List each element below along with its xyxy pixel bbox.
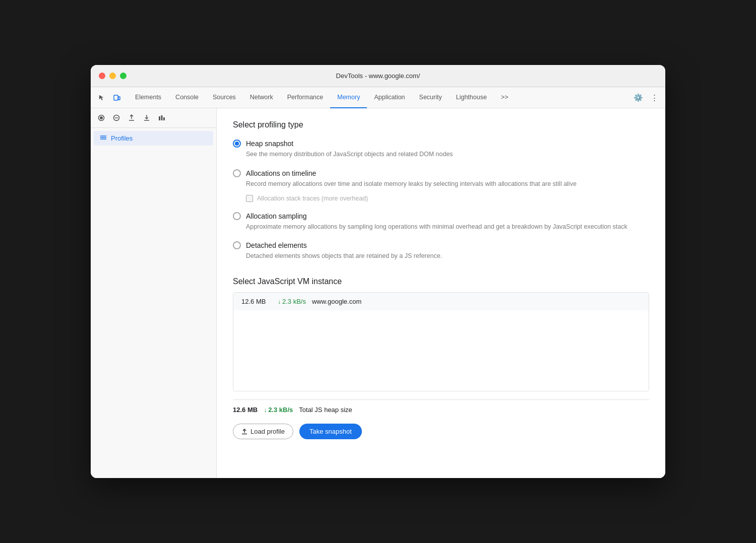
- status-bar: 12.6 MB ↓ 2.3 kB/s Total JS heap size: [233, 399, 649, 418]
- vm-memory: 12.6 MB: [241, 298, 272, 305]
- cursor-icon-btn[interactable]: [95, 91, 109, 105]
- action-buttons: Load profile Take snapshot: [233, 424, 649, 439]
- option-allocation-sampling: Allocation sampling Approximate memory a…: [233, 212, 649, 232]
- option-allocations-timeline: Allocations on timeline Record memory al…: [233, 169, 649, 202]
- close-button[interactable]: [99, 73, 105, 79]
- status-down-arrow-icon: ↓: [264, 406, 267, 414]
- radio-inner-heap: [235, 142, 239, 146]
- record-icon-btn[interactable]: [95, 111, 108, 124]
- svg-rect-11: [161, 115, 163, 120]
- settings-icon-btn[interactable]: ⚙️: [631, 91, 645, 105]
- more-options-icon-btn[interactable]: ⋮: [647, 91, 661, 105]
- upload-icon-btn[interactable]: [125, 111, 138, 124]
- desc-heap-snapshot: See the memory distribution of JavaScrip…: [246, 150, 649, 159]
- profiles-icon: [100, 134, 107, 143]
- tab-console[interactable]: Console: [168, 87, 206, 108]
- svg-rect-0: [114, 95, 118, 100]
- label-allocation-stack: Allocation stack traces (more overhead): [257, 195, 368, 202]
- radio-allocation-sampling[interactable]: [233, 212, 241, 220]
- option-header-allocations: Allocations on timeline: [233, 169, 649, 177]
- toolbar-icons: [95, 91, 124, 105]
- vm-row-google[interactable]: 12.6 MB ↓ 2.3 kB/s www.google.com: [233, 293, 649, 310]
- tab-application[interactable]: Application: [367, 87, 412, 108]
- titlebar: DevTools - www.google.com/: [91, 65, 665, 87]
- tabs-container: Elements Console Sources Network Perform…: [128, 87, 627, 108]
- sidebar-items: Profiles: [91, 128, 216, 149]
- load-profile-button[interactable]: Load profile: [233, 424, 293, 439]
- tab-elements[interactable]: Elements: [128, 87, 168, 108]
- desc-detached-elements: Detached elements shows objects that are…: [246, 251, 649, 261]
- label-detached-elements[interactable]: Detached elements: [246, 241, 307, 249]
- status-memory: 12.6 MB: [233, 406, 258, 414]
- svg-rect-10: [159, 116, 160, 120]
- tab-performance[interactable]: Performance: [280, 87, 331, 108]
- traffic-lights: [99, 73, 127, 79]
- tab-bar: Elements Console Sources Network Perform…: [91, 87, 665, 108]
- sec-toolbar-icons: [91, 108, 216, 128]
- minimize-button[interactable]: [109, 73, 116, 79]
- device-icon-btn[interactable]: [110, 91, 124, 105]
- tab-lighthouse[interactable]: Lighthouse: [449, 87, 494, 108]
- clear-icon-btn[interactable]: [110, 111, 123, 124]
- option-detached-elements: Detached elements Detached elements show…: [233, 241, 649, 261]
- radio-heap-snapshot[interactable]: [233, 140, 241, 148]
- vm-section-title: Select JavaScript VM instance: [233, 277, 649, 286]
- radio-detached-elements[interactable]: [233, 241, 241, 249]
- stats-icon-btn[interactable]: [155, 111, 168, 124]
- upload-icon: [241, 429, 247, 435]
- label-allocation-sampling[interactable]: Allocation sampling: [246, 212, 307, 220]
- sidebar: Profiles: [91, 108, 217, 478]
- checkbox-allocation-stack[interactable]: [246, 195, 253, 202]
- tab-overflow[interactable]: >>: [494, 87, 516, 108]
- sidebar-item-profiles[interactable]: Profiles: [94, 131, 213, 146]
- desc-allocations-timeline: Record memory allocations over time and …: [246, 179, 649, 189]
- vm-rate: ↓ 2.3 kB/s: [278, 298, 306, 305]
- status-label: Total JS heap size: [299, 406, 352, 414]
- desc-allocation-sampling: Approximate memory allocations by sampli…: [246, 222, 649, 232]
- svg-rect-12: [163, 117, 165, 120]
- option-header-detached: Detached elements: [233, 241, 649, 249]
- vm-empty-area: [233, 310, 649, 391]
- label-heap-snapshot[interactable]: Heap snapshot: [246, 140, 293, 148]
- status-rate: ↓ 2.3 kB/s: [264, 406, 293, 414]
- download-icon-btn[interactable]: [140, 111, 153, 124]
- tab-network[interactable]: Network: [243, 87, 280, 108]
- tab-security[interactable]: Security: [412, 87, 449, 108]
- option-heap-snapshot: Heap snapshot See the memory distributio…: [233, 140, 649, 159]
- profiles-label: Profiles: [111, 134, 133, 142]
- radio-allocations-timeline[interactable]: [233, 169, 241, 177]
- label-allocations-timeline[interactable]: Allocations on timeline: [246, 169, 316, 177]
- vm-table: 12.6 MB ↓ 2.3 kB/s www.google.com: [233, 292, 649, 391]
- take-snapshot-button[interactable]: Take snapshot: [299, 424, 362, 439]
- option-header-sampling: Allocation sampling: [233, 212, 649, 220]
- svg-rect-1: [118, 97, 120, 100]
- toolbar-right: ⚙️ ⋮: [631, 91, 661, 105]
- maximize-button[interactable]: [120, 73, 127, 79]
- window-title: DevTools - www.google.com/: [336, 72, 420, 80]
- vm-url: www.google.com: [312, 298, 361, 305]
- select-profiling-title: Select profiling type: [233, 120, 649, 129]
- tab-memory[interactable]: Memory: [330, 87, 367, 108]
- checkbox-row-allocation-stack: Allocation stack traces (more overhead): [246, 195, 649, 202]
- main-content: Select profiling type Heap snapshot See …: [217, 108, 665, 478]
- profiling-options: Heap snapshot See the memory distributio…: [233, 140, 649, 261]
- devtools-window: DevTools - www.google.com/ Elements Cons…: [91, 65, 665, 478]
- devtools-body: Profiles Select profiling type Heap snap…: [91, 108, 665, 478]
- option-header-heap: Heap snapshot: [233, 140, 649, 148]
- svg-point-3: [100, 116, 103, 119]
- tab-sources[interactable]: Sources: [206, 87, 243, 108]
- down-arrow-icon: ↓: [278, 298, 281, 305]
